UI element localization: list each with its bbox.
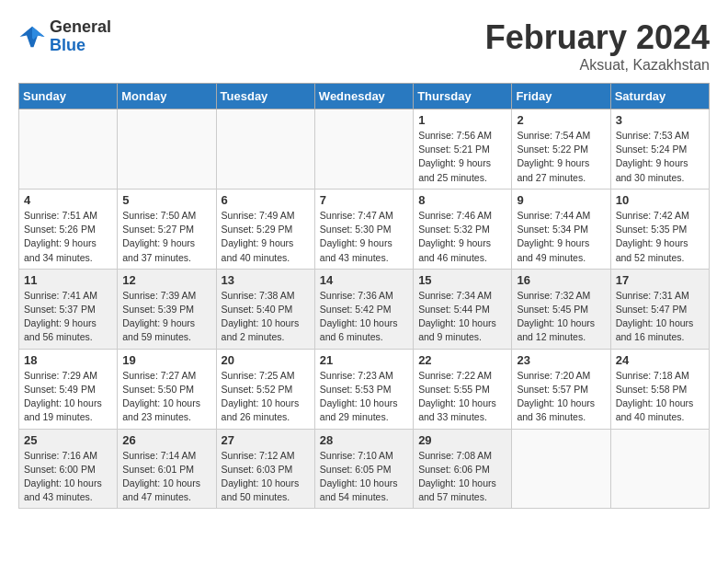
- day-info: Sunrise: 7:29 AMSunset: 5:49 PMDaylight:…: [24, 369, 112, 425]
- day-info: Sunrise: 7:32 AMSunset: 5:45 PMDaylight:…: [517, 289, 605, 345]
- calendar-day-cell: [314, 109, 413, 190]
- day-info: Sunrise: 7:12 AMSunset: 6:03 PMDaylight:…: [222, 449, 310, 505]
- calendar-week-row: 1Sunrise: 7:56 AMSunset: 5:21 PMDaylight…: [19, 109, 710, 190]
- day-info: Sunrise: 7:36 AMSunset: 5:42 PMDaylight:…: [320, 289, 408, 345]
- day-number: 11: [24, 273, 112, 287]
- day-info: Sunrise: 7:18 AMSunset: 5:58 PMDaylight:…: [616, 369, 704, 425]
- calendar-day-cell: [216, 109, 314, 190]
- day-info: Sunrise: 7:41 AMSunset: 5:37 PMDaylight:…: [24, 289, 112, 345]
- calendar-day-cell: 1Sunrise: 7:56 AMSunset: 5:21 PMDaylight…: [414, 109, 512, 190]
- day-info: Sunrise: 7:08 AMSunset: 6:06 PMDaylight:…: [418, 449, 506, 505]
- day-info: Sunrise: 7:22 AMSunset: 5:55 PMDaylight:…: [418, 369, 506, 425]
- calendar-day-cell: 19Sunrise: 7:27 AMSunset: 5:50 PMDayligh…: [118, 349, 216, 429]
- day-number: 15: [418, 273, 506, 287]
- location: Aksuat, Kazakhstan: [485, 57, 710, 74]
- day-info: Sunrise: 7:23 AMSunset: 5:53 PMDaylight:…: [320, 369, 408, 425]
- day-number: 5: [122, 193, 210, 207]
- day-info: Sunrise: 7:20 AMSunset: 5:57 PMDaylight:…: [517, 369, 605, 425]
- day-number: 16: [517, 273, 605, 287]
- weekday-header-thursday: Thursday: [414, 84, 512, 109]
- calendar-day-cell: 18Sunrise: 7:29 AMSunset: 5:49 PMDayligh…: [19, 349, 118, 429]
- calendar-day-cell: 2Sunrise: 7:54 AMSunset: 5:22 PMDaylight…: [512, 109, 610, 190]
- calendar-header: SundayMondayTuesdayWednesdayThursdayFrid…: [19, 84, 710, 109]
- calendar-day-cell: [19, 109, 118, 190]
- weekday-header-saturday: Saturday: [610, 84, 709, 109]
- calendar-day-cell: 4Sunrise: 7:51 AMSunset: 5:26 PMDaylight…: [19, 189, 118, 269]
- calendar-day-cell: 20Sunrise: 7:25 AMSunset: 5:52 PMDayligh…: [216, 349, 314, 429]
- day-number: 20: [222, 353, 310, 367]
- calendar-day-cell: 23Sunrise: 7:20 AMSunset: 5:57 PMDayligh…: [512, 349, 610, 429]
- day-info: Sunrise: 7:54 AMSunset: 5:22 PMDaylight:…: [517, 129, 605, 185]
- calendar-week-row: 18Sunrise: 7:29 AMSunset: 5:49 PMDayligh…: [19, 349, 710, 429]
- calendar-day-cell: 3Sunrise: 7:53 AMSunset: 5:24 PMDaylight…: [610, 109, 709, 190]
- weekday-header-wednesday: Wednesday: [314, 84, 413, 109]
- svg-marker-1: [32, 27, 45, 40]
- day-info: Sunrise: 7:49 AMSunset: 5:29 PMDaylight:…: [222, 209, 310, 265]
- day-number: 26: [122, 433, 210, 447]
- calendar-day-cell: 8Sunrise: 7:46 AMSunset: 5:32 PMDaylight…: [414, 189, 512, 269]
- day-number: 10: [616, 193, 704, 207]
- day-number: 7: [320, 193, 408, 207]
- calendar-day-cell: 16Sunrise: 7:32 AMSunset: 5:45 PMDayligh…: [512, 269, 610, 349]
- day-number: 22: [418, 353, 506, 367]
- calendar-day-cell: [512, 429, 610, 509]
- day-number: 1: [418, 113, 506, 127]
- calendar-body: 1Sunrise: 7:56 AMSunset: 5:21 PMDaylight…: [19, 109, 710, 509]
- day-info: Sunrise: 7:53 AMSunset: 5:24 PMDaylight:…: [616, 129, 704, 185]
- page-header: General Blue February 2024 Aksuat, Kazak…: [18, 18, 710, 74]
- calendar-day-cell: 29Sunrise: 7:08 AMSunset: 6:06 PMDayligh…: [414, 429, 512, 509]
- day-number: 17: [616, 273, 704, 287]
- day-number: 13: [222, 273, 310, 287]
- day-number: 27: [222, 433, 310, 447]
- calendar-week-row: 25Sunrise: 7:16 AMSunset: 6:00 PMDayligh…: [19, 429, 710, 509]
- day-number: 28: [320, 433, 408, 447]
- calendar-day-cell: 6Sunrise: 7:49 AMSunset: 5:29 PMDaylight…: [216, 189, 314, 269]
- calendar-day-cell: 28Sunrise: 7:10 AMSunset: 6:05 PMDayligh…: [314, 429, 413, 509]
- calendar-day-cell: 24Sunrise: 7:18 AMSunset: 5:58 PMDayligh…: [610, 349, 709, 429]
- calendar-day-cell: [118, 109, 216, 190]
- day-number: 18: [24, 353, 112, 367]
- day-number: 4: [24, 193, 112, 207]
- day-info: Sunrise: 7:34 AMSunset: 5:44 PMDaylight:…: [418, 289, 506, 345]
- weekday-header-sunday: Sunday: [19, 84, 118, 109]
- day-number: 2: [517, 113, 605, 127]
- calendar-day-cell: 9Sunrise: 7:44 AMSunset: 5:34 PMDaylight…: [512, 189, 610, 269]
- calendar-day-cell: 14Sunrise: 7:36 AMSunset: 5:42 PMDayligh…: [314, 269, 413, 349]
- day-number: 25: [24, 433, 112, 447]
- day-number: 19: [122, 353, 210, 367]
- day-info: Sunrise: 7:39 AMSunset: 5:39 PMDaylight:…: [122, 289, 210, 345]
- day-info: Sunrise: 7:50 AMSunset: 5:27 PMDaylight:…: [122, 209, 210, 265]
- logo-text: General Blue: [50, 18, 111, 55]
- day-info: Sunrise: 7:14 AMSunset: 6:01 PMDaylight:…: [122, 449, 210, 505]
- title-block: February 2024 Aksuat, Kazakhstan: [485, 18, 710, 74]
- day-info: Sunrise: 7:25 AMSunset: 5:52 PMDaylight:…: [222, 369, 310, 425]
- calendar-day-cell: 13Sunrise: 7:38 AMSunset: 5:40 PMDayligh…: [216, 269, 314, 349]
- calendar-week-row: 4Sunrise: 7:51 AMSunset: 5:26 PMDaylight…: [19, 189, 710, 269]
- day-number: 29: [418, 433, 506, 447]
- calendar-day-cell: 27Sunrise: 7:12 AMSunset: 6:03 PMDayligh…: [216, 429, 314, 509]
- day-info: Sunrise: 7:51 AMSunset: 5:26 PMDaylight:…: [24, 209, 112, 265]
- logo-bird-icon: [18, 23, 46, 51]
- day-info: Sunrise: 7:38 AMSunset: 5:40 PMDaylight:…: [222, 289, 310, 345]
- calendar-day-cell: 10Sunrise: 7:42 AMSunset: 5:35 PMDayligh…: [610, 189, 709, 269]
- weekday-header-row: SundayMondayTuesdayWednesdayThursdayFrid…: [19, 84, 710, 109]
- day-number: 6: [222, 193, 310, 207]
- day-info: Sunrise: 7:10 AMSunset: 6:05 PMDaylight:…: [320, 449, 408, 505]
- day-number: 12: [122, 273, 210, 287]
- weekday-header-monday: Monday: [118, 84, 216, 109]
- month-title: February 2024: [485, 18, 710, 57]
- day-number: 3: [616, 113, 704, 127]
- calendar-day-cell: 22Sunrise: 7:22 AMSunset: 5:55 PMDayligh…: [414, 349, 512, 429]
- calendar-day-cell: 5Sunrise: 7:50 AMSunset: 5:27 PMDaylight…: [118, 189, 216, 269]
- calendar-day-cell: 25Sunrise: 7:16 AMSunset: 6:00 PMDayligh…: [19, 429, 118, 509]
- day-info: Sunrise: 7:46 AMSunset: 5:32 PMDaylight:…: [418, 209, 506, 265]
- calendar-day-cell: [610, 429, 709, 509]
- day-info: Sunrise: 7:27 AMSunset: 5:50 PMDaylight:…: [122, 369, 210, 425]
- day-info: Sunrise: 7:44 AMSunset: 5:34 PMDaylight:…: [517, 209, 605, 265]
- weekday-header-tuesday: Tuesday: [216, 84, 314, 109]
- logo: General Blue: [18, 18, 111, 55]
- day-number: 14: [320, 273, 408, 287]
- calendar-day-cell: 21Sunrise: 7:23 AMSunset: 5:53 PMDayligh…: [314, 349, 413, 429]
- calendar-day-cell: 12Sunrise: 7:39 AMSunset: 5:39 PMDayligh…: [118, 269, 216, 349]
- calendar-day-cell: 7Sunrise: 7:47 AMSunset: 5:30 PMDaylight…: [314, 189, 413, 269]
